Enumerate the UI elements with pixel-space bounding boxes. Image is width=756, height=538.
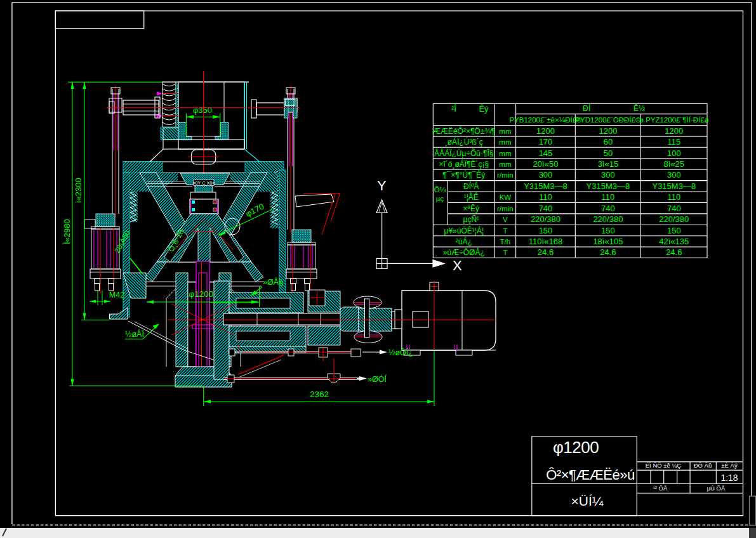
- svg-text:×ªÊý: ×ªÊý: [463, 204, 479, 213]
- svg-text:1200: 1200: [599, 126, 617, 136]
- svg-text:150: 150: [539, 226, 553, 235]
- svg-text:ÐÍ: ÐÍ: [583, 103, 591, 113]
- svg-text:φ350: φ350: [193, 105, 212, 115]
- svg-text:mm: mm: [499, 161, 511, 168]
- svg-text:220/380: 220/380: [659, 214, 689, 224]
- svg-text:µçÑ¹: µçÑ¹: [463, 215, 480, 224]
- svg-text:PYD1200£¨ÖÐÐÍ£©: PYD1200£¨ÖÐÐÍ£©: [575, 116, 641, 124]
- svg-text:T/h: T/h: [500, 238, 511, 246]
- svg-text:300: 300: [601, 170, 615, 180]
- svg-text:×î´ó¸øÁÏ¶È´ç¡§: ×î´ó¸øÁÏ¶È´ç¡§: [439, 159, 489, 169]
- svg-text:Êý: Êý: [479, 104, 489, 114]
- svg-text:ÉÏ ÑÖ ±ê ¼Ç: ÉÏ ÑÖ ±ê ¼Ç: [646, 462, 682, 469]
- svg-text:ÐÕ Ãû: ÐÕ Ãû: [694, 462, 712, 469]
- svg-text:=0Y¸Ç¸X0=: =0Y¸Ç¸X0=: [192, 181, 215, 186]
- svg-text:µç: µç: [436, 195, 444, 202]
- svg-text:220/380: 220/380: [593, 214, 623, 224]
- svg-text:110: 110: [539, 192, 552, 202]
- svg-text:µ¥»úÖÊ¹¦Á¦: µ¥»úÖÊ¹¦Á¦: [444, 226, 484, 235]
- svg-text:740: 740: [539, 204, 553, 213]
- svg-text:150: 150: [667, 226, 681, 235]
- svg-text:110ì«168: 110ì«168: [529, 237, 562, 246]
- svg-text:mm: mm: [499, 150, 511, 157]
- svg-text:r/min: r/min: [497, 205, 514, 213]
- svg-text:»ØÓÍ: »ØÓÍ: [368, 374, 387, 384]
- svg-text:18ì«105: 18ì«105: [593, 237, 623, 246]
- svg-text:T: T: [503, 227, 507, 235]
- svg-text:145: 145: [539, 148, 553, 158]
- svg-text:3ì«15: 3ì«15: [598, 159, 619, 169]
- svg-text:½øÓÍ¿: ½øÓÍ¿: [388, 348, 413, 357]
- svg-text:300: 300: [539, 170, 553, 180]
- svg-text:V: V: [503, 216, 508, 223]
- svg-text:Y315M3—8: Y315M3—8: [652, 181, 696, 191]
- svg-text:1200: 1200: [536, 126, 555, 136]
- svg-text:24.6: 24.6: [600, 247, 616, 257]
- svg-text:¸øÁÏ¿Ú³ß´ç: ¸øÁÏ¿Ú³ß´ç: [445, 137, 483, 147]
- svg-text:M42: M42: [109, 291, 124, 299]
- svg-text:PYB1200£¨±ê×¼ÐÍ£©: PYB1200£¨±ê×¼ÐÍ£©: [509, 116, 582, 124]
- svg-text:»úÆ÷ÖØÁ¿: »úÆ÷ÖØÁ¿: [443, 247, 485, 257]
- svg-text:½øÅÏ: ½øÅÏ: [125, 329, 144, 339]
- svg-text:220/380: 220/380: [531, 214, 560, 224]
- svg-text:50: 50: [604, 148, 613, 158]
- svg-text:20ì«50: 20ì«50: [533, 159, 559, 169]
- svg-text:740: 740: [667, 204, 681, 213]
- svg-text:µÚ ÕÅ: µÚ ÕÅ: [707, 485, 726, 492]
- svg-text:±È Àý: ±È Àý: [721, 462, 738, 469]
- svg-text:Ê½: Ê½: [633, 103, 645, 113]
- svg-text:Ô²×¶ÆÆËé»ú: Ô²×¶ÆÆËé»ú: [546, 467, 634, 483]
- svg-text:»ØÅ§: »ØÅ§: [263, 277, 283, 287]
- svg-text:24.6: 24.6: [666, 247, 682, 257]
- svg-text:42ì«135: 42ì«135: [659, 237, 689, 246]
- svg-text:115: 115: [667, 137, 680, 147]
- svg-text:φ1200: φ1200: [553, 438, 599, 457]
- svg-text:²úÁ¿: ²úÁ¿: [456, 237, 472, 246]
- svg-text:8ì«25: 8ì«25: [664, 159, 685, 169]
- svg-text:φ1200: φ1200: [189, 289, 214, 299]
- svg-text:ì«2300: ì«2300: [74, 178, 83, 203]
- svg-text:¹¦ÂÊ: ¹¦ÂÊ: [464, 192, 479, 202]
- svg-text:mm: mm: [499, 128, 511, 135]
- svg-text:ÆÆËéÔ²×¶Ö±¾¶: ÆÆËéÔ²×¶Ö±¾¶: [433, 126, 495, 136]
- svg-text:1200: 1200: [665, 126, 683, 136]
- svg-text:110: 110: [667, 192, 680, 202]
- svg-text:T: T: [503, 249, 507, 256]
- svg-text:×ÜÍ¼: ×ÜÍ¼: [571, 494, 604, 508]
- svg-text:60: 60: [604, 137, 613, 147]
- svg-text:Y315M3—8: Y315M3—8: [587, 181, 630, 191]
- svg-text:100: 100: [667, 148, 681, 158]
- svg-text:Ì«2980: Ì«2980: [62, 219, 72, 244]
- svg-text:740: 740: [601, 204, 615, 213]
- svg-text:ø PYZ1200£¨¶ÌÍ·ÐÍ£ø: ø PYZ1200£¨¶ÌÍ·ÐÍ£ø: [639, 116, 709, 124]
- svg-text:Y315M3—8: Y315M3—8: [524, 181, 567, 191]
- svg-text:300: 300: [667, 170, 681, 180]
- svg-text:1:18: 1:18: [720, 473, 738, 483]
- svg-text:²Î: ²Î: [451, 104, 456, 114]
- svg-text:Y: Y: [377, 178, 387, 194]
- svg-text:ÅÅÁÏ¿Úµ÷Õû·¶Î§: ÅÅÁÏ¿Úµ÷Õû·¶Î§: [434, 148, 493, 158]
- svg-text:24.6: 24.6: [538, 247, 554, 257]
- svg-text:¶¯×¶°Ú¶¯Êý: ¶¯×¶°Ú¶¯Êý: [442, 170, 485, 180]
- svg-text:110: 110: [602, 192, 615, 202]
- svg-text:ÐÍºÅ: ÐÍºÅ: [463, 181, 479, 191]
- svg-text:mm: mm: [499, 138, 511, 146]
- svg-text:170: 170: [539, 137, 553, 147]
- svg-text:¹² ÕÅ: ¹² ÕÅ: [653, 485, 668, 492]
- svg-text:150: 150: [601, 226, 615, 235]
- svg-text:KW: KW: [500, 194, 512, 201]
- svg-text:X: X: [453, 258, 462, 273]
- svg-text:2362: 2362: [310, 390, 329, 399]
- svg-text:r/min: r/min: [497, 171, 514, 179]
- svg-text:Õ¼: Õ¼: [434, 186, 446, 194]
